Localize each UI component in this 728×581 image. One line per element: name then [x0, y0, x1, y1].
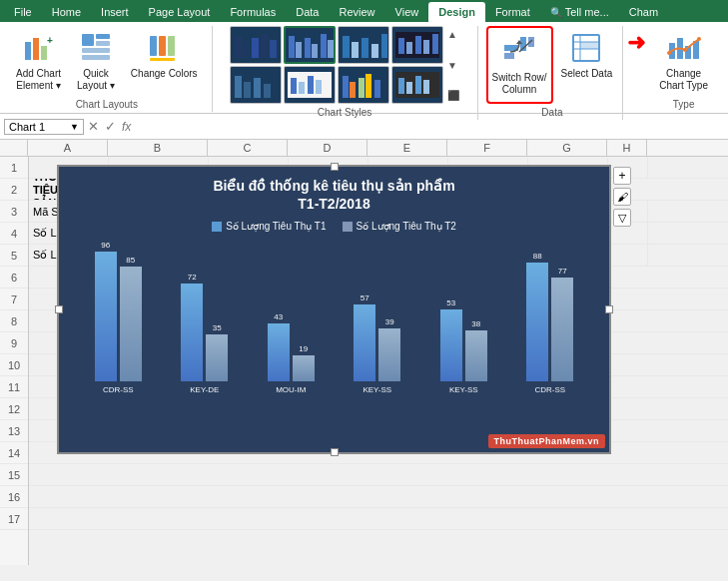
switch-row-column-button[interactable]: Switch Row/Column — [490, 30, 549, 100]
svg-rect-34 — [432, 34, 438, 54]
tab-format[interactable]: Format — [485, 2, 540, 22]
svg-rect-14 — [243, 42, 250, 58]
row-header-16[interactable]: 16 — [0, 486, 28, 508]
chart-style-3[interactable] — [338, 26, 389, 64]
chart-style-7[interactable] — [338, 66, 389, 104]
svg-rect-21 — [312, 44, 318, 58]
switch-row-column-highlight: Switch Row/Column — [486, 26, 553, 104]
tab-view[interactable]: View — [385, 2, 429, 22]
row-header-3[interactable]: 3 — [0, 201, 28, 223]
bar-t1-cdr-ss2: 88 — [526, 252, 548, 381]
insert-function-icon[interactable]: fx — [122, 120, 131, 134]
expand-icon[interactable]: ⬛ — [447, 90, 459, 101]
chart-styles-thumbnails — [230, 26, 443, 104]
formula-input[interactable] — [135, 120, 724, 134]
tab-cham[interactable]: Cham — [619, 2, 668, 22]
formula-controls: ✕ ✓ fx — [88, 119, 131, 134]
svg-rect-6 — [96, 41, 110, 46]
tab-file[interactable]: File — [4, 2, 42, 22]
group-label-key-de: KEY-DE — [190, 385, 219, 394]
chart-style-5[interactable] — [230, 66, 282, 104]
row-header-13[interactable]: 13 — [0, 420, 28, 442]
search-icon: 🔍 — [550, 7, 562, 18]
chart-style-1[interactable] — [230, 26, 282, 64]
svg-rect-52 — [415, 76, 421, 94]
svg-rect-19 — [296, 42, 302, 58]
add-element-btn[interactable]: + — [613, 167, 631, 185]
col-header-b[interactable]: B — [108, 140, 208, 156]
cell-h5[interactable] — [608, 245, 648, 266]
bars-cdr-ss2: 88 77 — [526, 252, 573, 381]
bar-t1-cdr-ss: 96 — [95, 241, 117, 381]
column-headers: A B C D E F G H — [0, 140, 728, 157]
chart-legend: Số Lượng Tiêu Thụ T1 Số Lượng Tiêu Thụ T… — [59, 221, 609, 232]
tab-insert[interactable]: Insert — [91, 2, 139, 22]
change-colors-button[interactable]: Change Colors — [125, 26, 204, 84]
cancel-formula-icon[interactable]: ✕ — [88, 119, 99, 134]
add-chart-element-button[interactable]: + Add ChartElement ▾ — [10, 26, 67, 96]
row-header-6[interactable]: 6 — [0, 267, 28, 289]
col-header-c[interactable]: C — [208, 140, 288, 156]
ribbon-tabs-bar: File Home Insert Page Layout Formulas Da… — [0, 0, 728, 22]
chart-style-6[interactable] — [284, 66, 336, 104]
switch-row-col-icon — [501, 34, 537, 70]
confirm-formula-icon[interactable]: ✓ — [105, 119, 116, 134]
row-header-11[interactable]: 11 — [0, 376, 28, 398]
bars-cdr-ss: 96 85 — [95, 241, 142, 381]
bar-t2-key-de: 35 — [206, 323, 228, 381]
name-box[interactable]: Chart 1 ▼ — [4, 119, 84, 135]
chart-container[interactable]: Biểu đồ thống kê tiêu thụ sản phẩm T1-T2… — [57, 165, 611, 454]
svg-rect-2 — [41, 46, 47, 60]
svg-rect-55 — [504, 53, 514, 59]
tab-design[interactable]: Design — [428, 2, 485, 22]
row-header-9[interactable]: 9 — [0, 332, 28, 354]
tab-formulas[interactable]: Formulas — [220, 2, 286, 22]
svg-rect-32 — [415, 36, 421, 54]
col-header-d[interactable]: D — [288, 140, 367, 156]
row-header-1[interactable]: 1 — [0, 157, 28, 179]
resize-handle-bottom[interactable] — [331, 448, 339, 456]
change-chart-type-button[interactable]: ChangeChart Type — [653, 26, 714, 96]
legend-t2: Số Lượng Tiêu Thụ T2 — [343, 221, 456, 232]
row-header-17[interactable]: 17 — [0, 508, 28, 530]
chart-style-4[interactable] — [391, 26, 443, 64]
row-header-4[interactable]: 4 — [0, 223, 28, 245]
tab-review[interactable]: Review — [329, 2, 384, 22]
col-header-g[interactable]: G — [527, 140, 607, 156]
col-header-h[interactable]: H — [607, 140, 647, 156]
change-chart-type-icon — [666, 30, 702, 66]
col-header-a[interactable]: A — [28, 140, 108, 156]
filter-btn[interactable]: ▽ — [613, 209, 631, 227]
row-header-8[interactable]: 8 — [0, 310, 28, 332]
row-header-2[interactable]: 2 — [0, 179, 28, 201]
tab-data[interactable]: Data — [286, 2, 329, 22]
row-header-14[interactable]: 14 — [0, 442, 28, 464]
chart-style-2[interactable] — [284, 26, 336, 64]
col-header-e[interactable]: E — [367, 140, 447, 156]
chart-styles-group: ▲ ▼ ⬛ Chart Styles — [217, 26, 478, 120]
bar-t1-mou-im: 43 — [268, 312, 290, 381]
col-header-f[interactable]: F — [447, 140, 527, 156]
row-header-7[interactable]: 7 — [0, 289, 28, 310]
row-header-10[interactable]: 10 — [0, 354, 28, 376]
row-header-15[interactable]: 15 — [0, 464, 28, 486]
tab-home[interactable]: Home — [42, 2, 91, 22]
type-group-label: Type — [673, 99, 695, 110]
row-header-12[interactable]: 12 — [0, 398, 28, 420]
quick-layout-button[interactable]: QuickLayout ▾ — [71, 26, 121, 96]
brush-btn[interactable]: 🖌 — [613, 188, 631, 206]
tab-page-layout[interactable]: Page Layout — [139, 2, 221, 22]
bar-group-cdr-ss: 96 85 CDR-SS — [95, 241, 142, 394]
resize-handle-right[interactable] — [605, 305, 613, 313]
tab-tell-me[interactable]: 🔍 Tell me... — [540, 2, 619, 22]
grid-row-16 — [29, 486, 728, 508]
select-data-button[interactable]: Select Data — [555, 26, 619, 84]
resize-handle-top[interactable] — [331, 163, 339, 171]
tab-row: File Home Insert Page Layout Formulas Da… — [0, 0, 728, 22]
resize-handle-left[interactable] — [55, 305, 63, 313]
chart-style-8[interactable] — [391, 66, 443, 104]
row-header-5[interactable]: 5 — [0, 245, 28, 267]
bar-t1-cdr-ss2-rect — [526, 263, 548, 381]
scroll-up-icon[interactable]: ▲ — [447, 29, 459, 40]
scroll-down-icon[interactable]: ▼ — [447, 60, 459, 71]
